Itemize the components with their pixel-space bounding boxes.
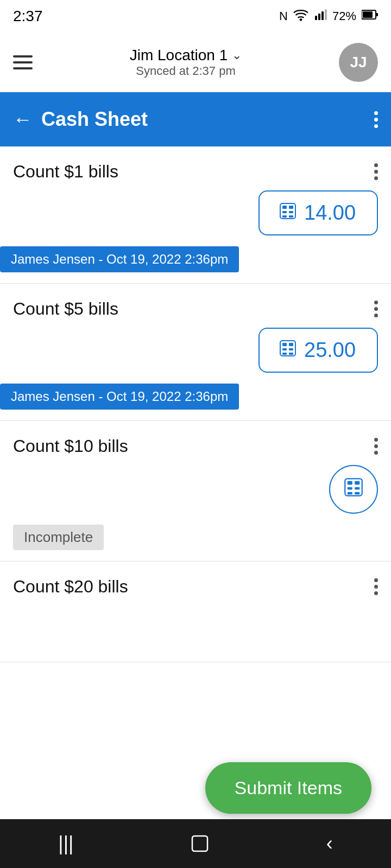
battery-icon bbox=[362, 9, 378, 23]
nfc-icon: N bbox=[279, 9, 288, 23]
item-value-row-1: 14.00 bbox=[0, 182, 391, 246]
item-overflow-2[interactable] bbox=[374, 301, 378, 317]
item-count-1-bills: Count $1 bills 14.00 bbox=[0, 146, 391, 284]
item-label-4: Count $20 bills bbox=[13, 577, 128, 597]
overflow-menu-button[interactable] bbox=[374, 111, 378, 128]
svg-point-0 bbox=[300, 18, 302, 21]
svg-rect-4 bbox=[325, 9, 327, 20]
svg-rect-25 bbox=[348, 487, 352, 490]
status-icons: N 72% bbox=[279, 8, 378, 24]
item-value-row-3 bbox=[0, 456, 391, 525]
item-header-4: Count $20 bills bbox=[0, 561, 391, 597]
svg-rect-3 bbox=[321, 11, 324, 20]
svg-rect-19 bbox=[289, 348, 293, 350]
item-count-20-bills: Count $20 bills bbox=[0, 561, 391, 662]
location-row[interactable]: Jim Location 1 ⌄ bbox=[130, 47, 242, 64]
recent-apps-button[interactable]: ||| bbox=[58, 832, 73, 855]
top-nav: Jim Location 1 ⌄ Synced at 2:37 pm JJ bbox=[0, 33, 391, 92]
calculator-icon-1 bbox=[279, 202, 297, 224]
svg-rect-2 bbox=[318, 14, 320, 20]
svg-rect-1 bbox=[315, 16, 317, 20]
value-button-1[interactable]: 14.00 bbox=[258, 190, 378, 235]
svg-rect-29 bbox=[192, 836, 207, 851]
item-overflow-4[interactable] bbox=[374, 578, 378, 595]
bottom-nav: ||| ‹ bbox=[0, 819, 391, 868]
item-value-row-2: 25.00 bbox=[0, 319, 391, 384]
item-header-3: Count $10 bills bbox=[0, 421, 391, 456]
hamburger-menu[interactable] bbox=[13, 55, 33, 69]
svg-rect-7 bbox=[363, 11, 373, 18]
chevron-down-icon: ⌄ bbox=[232, 48, 242, 62]
svg-rect-17 bbox=[289, 343, 293, 346]
incomplete-badge-3: Incomplete bbox=[13, 525, 104, 550]
item-overflow-3[interactable] bbox=[374, 438, 378, 455]
status-bar: 2:37 N 72% bbox=[0, 0, 391, 33]
item-label-2: Count $5 bills bbox=[13, 299, 118, 319]
item-header-1: Count $1 bills bbox=[0, 146, 391, 182]
svg-rect-13 bbox=[282, 215, 287, 218]
svg-rect-20 bbox=[282, 353, 287, 355]
svg-rect-16 bbox=[282, 343, 287, 346]
wifi-icon bbox=[293, 8, 308, 24]
item-count-5-bills: Count $5 bills 25.00 bbox=[0, 284, 391, 421]
svg-rect-14 bbox=[289, 215, 293, 218]
svg-rect-24 bbox=[355, 481, 360, 484]
back-button[interactable]: ← bbox=[13, 108, 33, 131]
item-count-10-bills: Count $10 bills Incomp bbox=[0, 421, 391, 561]
stamp-badge-1: James Jensen - Oct 19, 2022 2:36pm bbox=[0, 246, 239, 272]
svg-rect-12 bbox=[289, 211, 293, 213]
battery-text: 72% bbox=[332, 9, 356, 23]
avatar[interactable]: JJ bbox=[339, 43, 378, 82]
back-nav-button[interactable]: ‹ bbox=[326, 832, 333, 855]
svg-rect-6 bbox=[376, 13, 378, 16]
svg-rect-23 bbox=[348, 481, 352, 484]
svg-rect-26 bbox=[355, 487, 360, 490]
location-info: Jim Location 1 ⌄ Synced at 2:37 pm bbox=[130, 47, 242, 78]
svg-rect-27 bbox=[348, 492, 352, 495]
signal-icon bbox=[314, 8, 327, 24]
sync-status: Synced at 2:37 pm bbox=[136, 64, 235, 78]
item-label-1: Count $1 bills bbox=[13, 162, 118, 182]
item-header-2: Count $5 bills bbox=[0, 284, 391, 319]
svg-rect-9 bbox=[282, 206, 287, 209]
app-bar: ← Cash Sheet bbox=[0, 92, 391, 146]
calculator-icon-2 bbox=[279, 340, 297, 361]
status-time: 2:37 bbox=[13, 8, 43, 25]
value-text-1: 14.00 bbox=[304, 201, 356, 225]
item-label-3: Count $10 bills bbox=[13, 436, 128, 456]
submit-items-button[interactable]: Submit Items bbox=[205, 762, 371, 814]
svg-rect-28 bbox=[355, 492, 360, 495]
content-area: Count $1 bills 14.00 bbox=[0, 146, 391, 662]
value-button-3-round[interactable] bbox=[329, 465, 378, 514]
value-text-2: 25.00 bbox=[304, 339, 356, 362]
item-overflow-1[interactable] bbox=[374, 163, 378, 180]
svg-rect-10 bbox=[289, 206, 293, 209]
svg-rect-21 bbox=[289, 353, 293, 355]
svg-rect-18 bbox=[282, 348, 287, 350]
page-title: Cash Sheet bbox=[41, 108, 374, 131]
svg-rect-11 bbox=[282, 211, 287, 213]
location-name: Jim Location 1 bbox=[130, 47, 228, 64]
home-button[interactable] bbox=[190, 834, 210, 853]
stamp-badge-2: James Jensen - Oct 19, 2022 2:36pm bbox=[0, 384, 239, 410]
calculator-icon-3 bbox=[344, 477, 363, 502]
value-button-2[interactable]: 25.00 bbox=[258, 328, 378, 373]
